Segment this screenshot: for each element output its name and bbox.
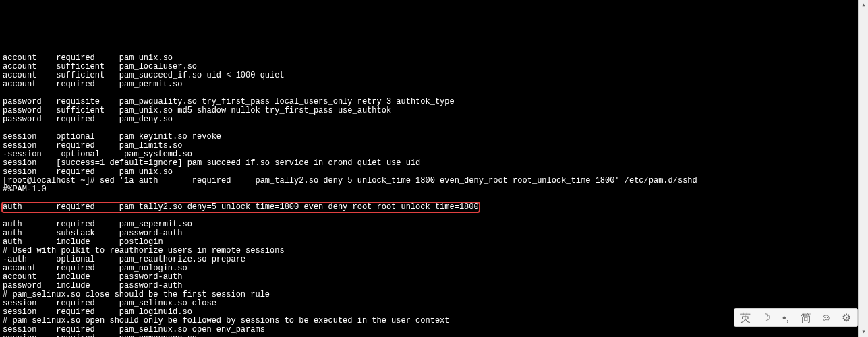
scroll-down-button[interactable]: ▾ (859, 327, 868, 337)
terminal-lines-before: account required pam_unix.so account suf… (3, 54, 865, 194)
highlighted-pam-line: auth required pam_tally2.so deny=5 unloc… (3, 203, 479, 212)
smile-icon[interactable]: ☺ (819, 311, 833, 324)
ime-lang-button[interactable]: 英 (739, 311, 752, 324)
gear-icon[interactable]: ⚙ (840, 311, 853, 324)
ime-toolbar[interactable]: 英 ☽ •, 简 ☺ ⚙ (734, 308, 858, 327)
moon-icon[interactable]: ☽ (759, 311, 772, 324)
vertical-scrollbar[interactable]: ▴ ▾ (858, 0, 868, 337)
terminal-output[interactable]: account required pam_unix.so account suf… (0, 35, 868, 337)
scroll-up-button[interactable]: ▴ (859, 0, 868, 10)
ime-charset-button[interactable]: 简 (799, 311, 813, 324)
punctuation-icon[interactable]: •, (779, 311, 792, 324)
